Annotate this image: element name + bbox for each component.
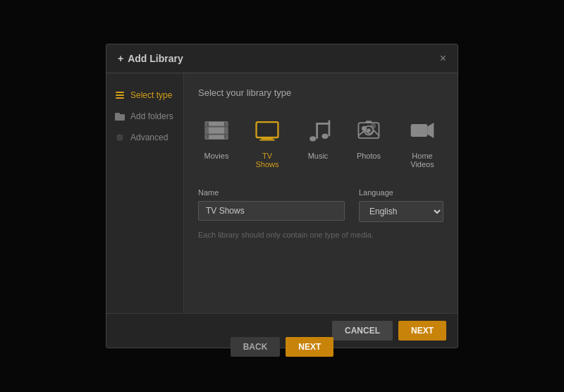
home-videos-label: Home Videos — [404, 152, 441, 169]
form-row: Name Language English French German Span… — [198, 188, 443, 222]
library-types: Movies TV Shows — [198, 112, 443, 171]
svg-rect-24 — [365, 121, 372, 123]
svg-rect-6 — [207, 123, 209, 126]
add-library-dialog: + Add Library × Select type — [106, 44, 458, 348]
photos-label: Photos — [357, 152, 381, 160]
svg-rect-4 — [205, 126, 228, 128]
dialog-title: + Add Library — [118, 53, 183, 64]
modal-overlay: + Add Library × Select type — [0, 0, 564, 392]
svg-marker-26 — [427, 123, 434, 138]
svg-rect-11 — [262, 137, 273, 140]
tv-shows-label: TV Shows — [252, 152, 283, 169]
sidebar-label-add-folders: Add folders — [130, 111, 173, 121]
sidebar-label-select-type: Select type — [130, 90, 172, 100]
music-label: Music — [308, 152, 329, 160]
lib-type-home-videos[interactable]: Home Videos — [401, 112, 443, 171]
lib-type-tv-shows[interactable]: TV Shows — [249, 112, 286, 171]
svg-rect-7 — [224, 123, 226, 126]
svg-point-21 — [371, 123, 376, 128]
svg-point-0 — [118, 136, 122, 140]
photos-icon — [353, 115, 384, 146]
layers-icon — [115, 90, 125, 100]
sidebar-item-select-type[interactable]: Select type — [106, 85, 183, 106]
hint-text: Each library should only contain one typ… — [198, 231, 443, 239]
movies-icon — [201, 115, 232, 146]
gear-icon — [115, 133, 125, 142]
svg-rect-18 — [316, 123, 330, 125]
language-group: Language English French German Spanish — [359, 188, 443, 222]
tv-shows-icon — [252, 115, 283, 146]
svg-rect-13 — [257, 123, 276, 136]
svg-rect-9 — [224, 135, 226, 138]
svg-rect-5 — [205, 134, 228, 135]
name-input[interactable] — [198, 201, 345, 221]
svg-point-15 — [321, 134, 328, 139]
language-select[interactable]: English French German Spanish — [359, 201, 443, 222]
back-button-external[interactable]: BACK — [231, 337, 281, 357]
name-label: Name — [198, 188, 345, 197]
sidebar: Select type Add folders Advance — [106, 73, 184, 313]
dialog-body: Select type Add folders Advance — [106, 73, 458, 313]
close-button[interactable]: × — [440, 53, 446, 64]
svg-rect-12 — [259, 140, 275, 141]
svg-point-23 — [367, 128, 370, 132]
movies-label: Movies — [204, 152, 229, 160]
svg-point-14 — [309, 136, 316, 141]
folder-icon — [115, 111, 125, 121]
lib-type-movies[interactable]: Movies — [198, 112, 235, 171]
sidebar-item-advanced[interactable]: Advanced — [106, 127, 183, 148]
plus-icon: + — [118, 53, 123, 64]
svg-rect-25 — [411, 124, 428, 137]
next-button-external[interactable]: NEXT — [286, 337, 333, 357]
sidebar-label-advanced: Advanced — [130, 133, 168, 142]
dialog-header: + Add Library × — [106, 44, 458, 73]
content-area: Select your library type — [184, 73, 458, 313]
lib-type-photos[interactable]: Photos — [350, 112, 387, 171]
name-group: Name — [198, 188, 345, 222]
content-title: Select your library type — [198, 87, 443, 98]
external-buttons: BACK NEXT — [231, 337, 334, 357]
next-button[interactable]: NEXT — [398, 321, 446, 341]
language-label: Language — [359, 188, 443, 197]
sidebar-item-add-folders[interactable]: Add folders — [106, 106, 183, 127]
svg-rect-17 — [329, 120, 331, 136]
svg-rect-16 — [316, 123, 318, 139]
lib-type-music[interactable]: Music — [300, 112, 336, 171]
dialog-title-text: Add Library — [128, 53, 183, 64]
music-icon — [302, 115, 333, 146]
home-videos-icon — [407, 115, 438, 146]
svg-rect-8 — [207, 135, 209, 138]
cancel-button[interactable]: CANCEL — [332, 321, 393, 341]
